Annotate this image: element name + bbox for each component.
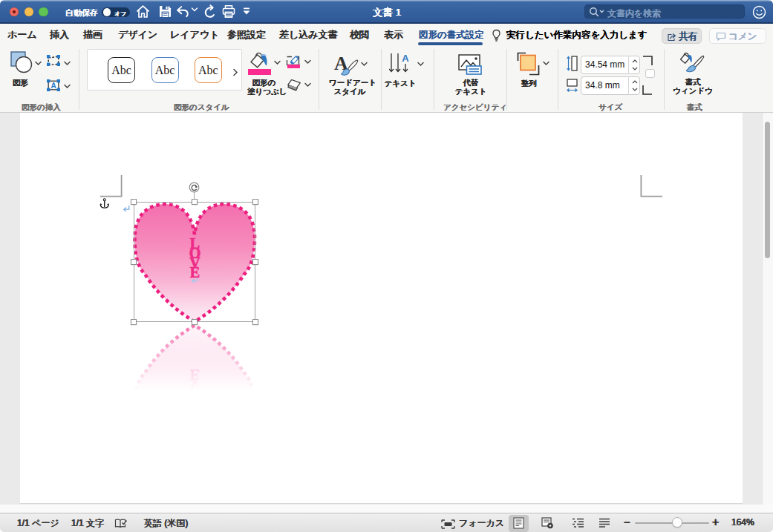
svg-text:A: A	[50, 82, 56, 90]
svg-text:A: A	[402, 53, 409, 64]
